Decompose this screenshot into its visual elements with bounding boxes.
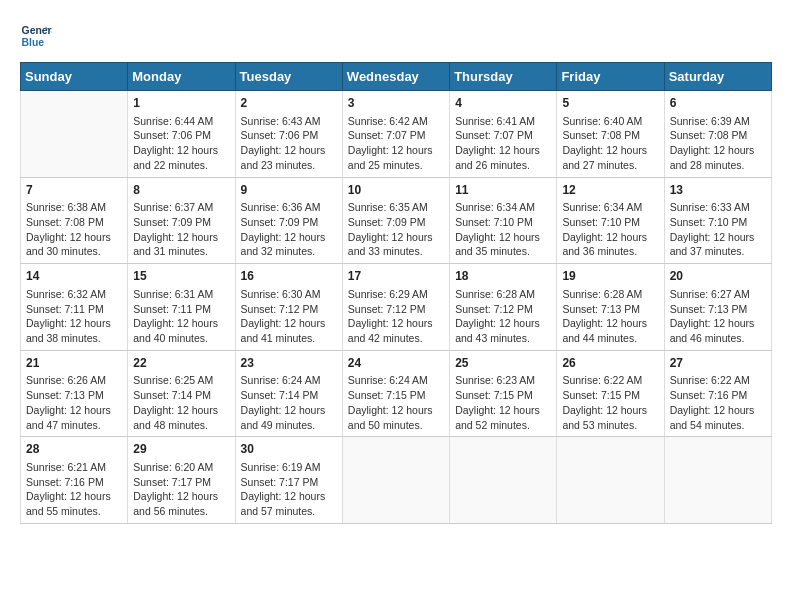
day-number: 21 — [26, 355, 122, 372]
cell-content: Sunrise: 6:41 AM Sunset: 7:07 PM Dayligh… — [455, 114, 551, 173]
cell-content: Sunrise: 6:20 AM Sunset: 7:17 PM Dayligh… — [133, 460, 229, 519]
calendar-cell: 27Sunrise: 6:22 AM Sunset: 7:16 PM Dayli… — [664, 350, 771, 437]
cell-content: Sunrise: 6:25 AM Sunset: 7:14 PM Dayligh… — [133, 373, 229, 432]
cell-content: Sunrise: 6:19 AM Sunset: 7:17 PM Dayligh… — [241, 460, 337, 519]
day-number: 2 — [241, 95, 337, 112]
calendar-cell: 14Sunrise: 6:32 AM Sunset: 7:11 PM Dayli… — [21, 264, 128, 351]
day-number: 26 — [562, 355, 658, 372]
calendar-cell: 16Sunrise: 6:30 AM Sunset: 7:12 PM Dayli… — [235, 264, 342, 351]
calendar-cell — [450, 437, 557, 524]
calendar-cell — [557, 437, 664, 524]
cell-content: Sunrise: 6:44 AM Sunset: 7:06 PM Dayligh… — [133, 114, 229, 173]
calendar-cell — [342, 437, 449, 524]
calendar-cell: 24Sunrise: 6:24 AM Sunset: 7:15 PM Dayli… — [342, 350, 449, 437]
day-number: 16 — [241, 268, 337, 285]
day-number: 11 — [455, 182, 551, 199]
cell-content: Sunrise: 6:33 AM Sunset: 7:10 PM Dayligh… — [670, 200, 766, 259]
logo: General Blue — [20, 20, 52, 52]
calendar-cell: 26Sunrise: 6:22 AM Sunset: 7:15 PM Dayli… — [557, 350, 664, 437]
cell-content: Sunrise: 6:40 AM Sunset: 7:08 PM Dayligh… — [562, 114, 658, 173]
cell-content: Sunrise: 6:31 AM Sunset: 7:11 PM Dayligh… — [133, 287, 229, 346]
calendar-cell: 18Sunrise: 6:28 AM Sunset: 7:12 PM Dayli… — [450, 264, 557, 351]
day-number: 30 — [241, 441, 337, 458]
svg-text:Blue: Blue — [22, 37, 45, 48]
calendar-cell: 21Sunrise: 6:26 AM Sunset: 7:13 PM Dayli… — [21, 350, 128, 437]
cell-content: Sunrise: 6:34 AM Sunset: 7:10 PM Dayligh… — [455, 200, 551, 259]
calendar-cell: 9Sunrise: 6:36 AM Sunset: 7:09 PM Daylig… — [235, 177, 342, 264]
day-number: 18 — [455, 268, 551, 285]
calendar-cell: 5Sunrise: 6:40 AM Sunset: 7:08 PM Daylig… — [557, 91, 664, 178]
day-number: 23 — [241, 355, 337, 372]
day-number: 5 — [562, 95, 658, 112]
calendar-cell: 20Sunrise: 6:27 AM Sunset: 7:13 PM Dayli… — [664, 264, 771, 351]
calendar-cell: 7Sunrise: 6:38 AM Sunset: 7:08 PM Daylig… — [21, 177, 128, 264]
day-number: 17 — [348, 268, 444, 285]
calendar-cell: 6Sunrise: 6:39 AM Sunset: 7:08 PM Daylig… — [664, 91, 771, 178]
day-number: 27 — [670, 355, 766, 372]
day-number: 7 — [26, 182, 122, 199]
day-number: 29 — [133, 441, 229, 458]
calendar-cell: 10Sunrise: 6:35 AM Sunset: 7:09 PM Dayli… — [342, 177, 449, 264]
day-header-thursday: Thursday — [450, 63, 557, 91]
cell-content: Sunrise: 6:28 AM Sunset: 7:12 PM Dayligh… — [455, 287, 551, 346]
day-number: 12 — [562, 182, 658, 199]
day-number: 24 — [348, 355, 444, 372]
day-number: 20 — [670, 268, 766, 285]
day-number: 4 — [455, 95, 551, 112]
calendar-cell: 12Sunrise: 6:34 AM Sunset: 7:10 PM Dayli… — [557, 177, 664, 264]
calendar-week-row: 7Sunrise: 6:38 AM Sunset: 7:08 PM Daylig… — [21, 177, 772, 264]
cell-content: Sunrise: 6:22 AM Sunset: 7:15 PM Dayligh… — [562, 373, 658, 432]
cell-content: Sunrise: 6:29 AM Sunset: 7:12 PM Dayligh… — [348, 287, 444, 346]
calendar-week-row: 1Sunrise: 6:44 AM Sunset: 7:06 PM Daylig… — [21, 91, 772, 178]
cell-content: Sunrise: 6:26 AM Sunset: 7:13 PM Dayligh… — [26, 373, 122, 432]
calendar-header-row: SundayMondayTuesdayWednesdayThursdayFrid… — [21, 63, 772, 91]
cell-content: Sunrise: 6:28 AM Sunset: 7:13 PM Dayligh… — [562, 287, 658, 346]
calendar-cell — [664, 437, 771, 524]
cell-content: Sunrise: 6:34 AM Sunset: 7:10 PM Dayligh… — [562, 200, 658, 259]
day-number: 8 — [133, 182, 229, 199]
day-header-friday: Friday — [557, 63, 664, 91]
calendar-week-row: 28Sunrise: 6:21 AM Sunset: 7:16 PM Dayli… — [21, 437, 772, 524]
cell-content: Sunrise: 6:32 AM Sunset: 7:11 PM Dayligh… — [26, 287, 122, 346]
calendar-week-row: 21Sunrise: 6:26 AM Sunset: 7:13 PM Dayli… — [21, 350, 772, 437]
cell-content: Sunrise: 6:42 AM Sunset: 7:07 PM Dayligh… — [348, 114, 444, 173]
calendar-cell: 8Sunrise: 6:37 AM Sunset: 7:09 PM Daylig… — [128, 177, 235, 264]
calendar-week-row: 14Sunrise: 6:32 AM Sunset: 7:11 PM Dayli… — [21, 264, 772, 351]
cell-content: Sunrise: 6:21 AM Sunset: 7:16 PM Dayligh… — [26, 460, 122, 519]
day-number: 25 — [455, 355, 551, 372]
calendar-cell: 25Sunrise: 6:23 AM Sunset: 7:15 PM Dayli… — [450, 350, 557, 437]
cell-content: Sunrise: 6:35 AM Sunset: 7:09 PM Dayligh… — [348, 200, 444, 259]
cell-content: Sunrise: 6:22 AM Sunset: 7:16 PM Dayligh… — [670, 373, 766, 432]
cell-content: Sunrise: 6:36 AM Sunset: 7:09 PM Dayligh… — [241, 200, 337, 259]
svg-text:General: General — [22, 25, 52, 36]
cell-content: Sunrise: 6:30 AM Sunset: 7:12 PM Dayligh… — [241, 287, 337, 346]
day-header-wednesday: Wednesday — [342, 63, 449, 91]
calendar-cell: 15Sunrise: 6:31 AM Sunset: 7:11 PM Dayli… — [128, 264, 235, 351]
calendar-cell: 28Sunrise: 6:21 AM Sunset: 7:16 PM Dayli… — [21, 437, 128, 524]
calendar-cell: 2Sunrise: 6:43 AM Sunset: 7:06 PM Daylig… — [235, 91, 342, 178]
calendar-cell: 23Sunrise: 6:24 AM Sunset: 7:14 PM Dayli… — [235, 350, 342, 437]
calendar-cell: 30Sunrise: 6:19 AM Sunset: 7:17 PM Dayli… — [235, 437, 342, 524]
calendar-cell: 13Sunrise: 6:33 AM Sunset: 7:10 PM Dayli… — [664, 177, 771, 264]
day-number: 1 — [133, 95, 229, 112]
calendar-cell: 22Sunrise: 6:25 AM Sunset: 7:14 PM Dayli… — [128, 350, 235, 437]
calendar-cell: 4Sunrise: 6:41 AM Sunset: 7:07 PM Daylig… — [450, 91, 557, 178]
calendar-cell: 11Sunrise: 6:34 AM Sunset: 7:10 PM Dayli… — [450, 177, 557, 264]
day-number: 13 — [670, 182, 766, 199]
cell-content: Sunrise: 6:24 AM Sunset: 7:14 PM Dayligh… — [241, 373, 337, 432]
cell-content: Sunrise: 6:37 AM Sunset: 7:09 PM Dayligh… — [133, 200, 229, 259]
cell-content: Sunrise: 6:38 AM Sunset: 7:08 PM Dayligh… — [26, 200, 122, 259]
day-header-tuesday: Tuesday — [235, 63, 342, 91]
calendar-cell: 3Sunrise: 6:42 AM Sunset: 7:07 PM Daylig… — [342, 91, 449, 178]
cell-content: Sunrise: 6:39 AM Sunset: 7:08 PM Dayligh… — [670, 114, 766, 173]
cell-content: Sunrise: 6:24 AM Sunset: 7:15 PM Dayligh… — [348, 373, 444, 432]
cell-content: Sunrise: 6:23 AM Sunset: 7:15 PM Dayligh… — [455, 373, 551, 432]
calendar-cell: 19Sunrise: 6:28 AM Sunset: 7:13 PM Dayli… — [557, 264, 664, 351]
day-number: 19 — [562, 268, 658, 285]
calendar-cell: 17Sunrise: 6:29 AM Sunset: 7:12 PM Dayli… — [342, 264, 449, 351]
day-number: 22 — [133, 355, 229, 372]
day-number: 6 — [670, 95, 766, 112]
day-number: 14 — [26, 268, 122, 285]
day-number: 9 — [241, 182, 337, 199]
calendar-cell: 29Sunrise: 6:20 AM Sunset: 7:17 PM Dayli… — [128, 437, 235, 524]
